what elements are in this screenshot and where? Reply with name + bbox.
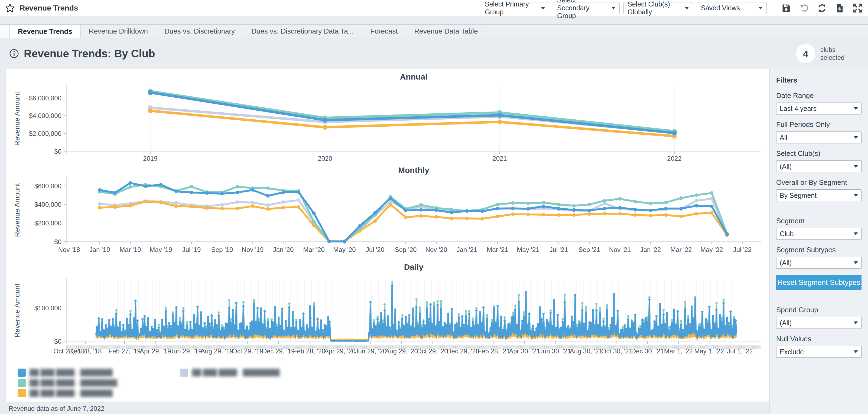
- svg-text:Nov '19: Nov '19: [242, 246, 264, 253]
- top-bar: Revenue Trends Select Primary Group Sele…: [0, 0, 868, 16]
- export-file-icon[interactable]: [834, 3, 845, 13]
- legend-swatch-teal: [18, 379, 26, 387]
- filters-divider: [776, 209, 862, 209]
- clubs-globally-select[interactable]: Select Club(s) Globally: [623, 2, 693, 14]
- chevron-down-icon: [854, 350, 858, 353]
- full-periods-select[interactable]: All: [776, 132, 862, 143]
- clubs-selected-badge: 4: [796, 44, 815, 63]
- svg-text:Revenue Amount: Revenue Amount: [13, 92, 21, 146]
- svg-text:$400,000: $400,000: [34, 201, 61, 208]
- expand-fullscreen-icon[interactable]: [852, 3, 863, 13]
- toolbar-icons: [774, 3, 863, 13]
- legend-item[interactable]: ██ ███ ████ - ███████: [18, 368, 180, 378]
- chevron-down-icon: [758, 7, 763, 9]
- legend-swatch-blue: [18, 369, 26, 377]
- segment-select[interactable]: Club: [776, 228, 862, 240]
- legend-swatch-yellow: [18, 389, 26, 397]
- monthly-chart[interactable]: MonthlyRevenue Amount$0$200,000$400,000$…: [8, 165, 767, 257]
- chevron-down-icon: [854, 136, 858, 139]
- favorite-star-icon[interactable]: [5, 3, 15, 13]
- tab-dues-vs-discretionary[interactable]: Dues vs. Discretionary: [156, 25, 243, 38]
- overall-by-segment-select[interactable]: By Segment: [776, 189, 862, 201]
- svg-text:$100,000: $100,000: [34, 305, 61, 312]
- svg-text:Annual: Annual: [400, 72, 428, 81]
- segment-subtypes-select[interactable]: (All): [776, 257, 862, 269]
- svg-text:May '19: May '19: [150, 246, 172, 253]
- tab-dues-vs-discretionary-data-table[interactable]: Dues vs. Discretionary Data Ta...: [243, 25, 362, 38]
- secondary-group-select[interactable]: Select Secondary Group: [553, 2, 620, 14]
- filter-label: Select Club(s): [776, 149, 862, 158]
- saved-views-select[interactable]: Saved Views: [697, 2, 767, 14]
- svg-text:May '22: May '22: [700, 246, 723, 253]
- svg-text:Sep '19: Sep '19: [211, 246, 233, 253]
- svg-text:Jan '20: Jan '20: [273, 246, 294, 253]
- filter-label: Segment: [776, 217, 862, 225]
- charts-card: AnnualRevenue Amount$0$2,000,000$4,000,0…: [5, 69, 769, 402]
- filters-divider: [776, 298, 862, 298]
- secondary-group-select-value: Select Secondary Group: [557, 0, 609, 20]
- spend-group-select[interactable]: (All): [776, 317, 862, 329]
- null-values-select[interactable]: Exclude: [776, 346, 862, 358]
- legend-label-redacted: ██ ███ ████ - ████████: [192, 369, 280, 376]
- svg-text:Sep '20: Sep '20: [395, 246, 417, 253]
- filters-title: Filters: [776, 76, 862, 84]
- filter-label: Overall or By Segment: [776, 178, 862, 187]
- save-icon[interactable]: [781, 3, 792, 13]
- refresh-icon[interactable]: [816, 3, 827, 13]
- reset-segment-subtypes-button[interactable]: Reset Segment Subtypes: [776, 275, 862, 290]
- null-values-select-value: Exclude: [780, 348, 804, 356]
- tab-revenue-data-table[interactable]: Revenue Data Table: [406, 25, 486, 38]
- app-title: Revenue Trends: [20, 4, 78, 12]
- saved-views-select-value: Saved Views: [701, 4, 740, 12]
- filter-spend-group: Spend Group (All): [776, 306, 862, 329]
- svg-text:Mar '21: Mar '21: [487, 246, 508, 253]
- filter-overall-or-by-segment: Overall or By Segment By Segment: [776, 178, 862, 201]
- daily-chart[interactable]: DailyRevenue Amount$0$100,000Oct 28, '18…: [8, 257, 767, 355]
- chart-legend: ██ ███ ████ - ███████ ██ ███ ████ - ████…: [18, 368, 769, 398]
- primary-group-select[interactable]: Select Primary Group: [481, 2, 549, 14]
- svg-text:Revenue Amount: Revenue Amount: [13, 283, 21, 338]
- tab-revenue-trends[interactable]: Revenue Trends: [10, 25, 81, 38]
- annual-chart[interactable]: AnnualRevenue Amount$0$2,000,000$4,000,0…: [8, 71, 767, 165]
- svg-text:Daily: Daily: [404, 263, 424, 271]
- undo-icon[interactable]: [799, 3, 809, 13]
- chevron-down-icon: [541, 7, 545, 9]
- filter-select-clubs: Select Club(s) (All): [776, 149, 862, 172]
- svg-text:May '21: May '21: [517, 246, 539, 253]
- chevron-down-icon: [854, 107, 858, 110]
- legend-label-redacted: ██ ███ ████ - ████████: [30, 379, 117, 387]
- bottom-strip: [0, 414, 868, 417]
- svg-text:Nov '21: Nov '21: [609, 246, 631, 253]
- svg-text:Nov '18: Nov '18: [58, 246, 80, 253]
- svg-text:$0: $0: [54, 238, 61, 245]
- select-clubs-select-value: (All): [780, 163, 792, 171]
- svg-text:May '20: May '20: [333, 246, 355, 253]
- filter-label: Full Periods Only: [776, 120, 862, 129]
- filter-label: Spend Group: [776, 306, 862, 314]
- tab-bar: Revenue Trends Revenue Drilldown Dues vs…: [0, 24, 868, 38]
- svg-text:2021: 2021: [492, 155, 507, 162]
- filter-date-range: Date Range Last 4 years: [776, 92, 862, 114]
- legend-item[interactable]: ██ ███ ████ - ████████: [18, 378, 180, 388]
- legend-item[interactable]: ██ ███ ████ - ███████: [18, 388, 180, 398]
- page-title: Revenue Trends: By Club: [24, 48, 155, 60]
- segment-subtypes-select-value: (All): [780, 259, 792, 267]
- chevron-down-icon: [685, 7, 689, 9]
- filter-label: Null Values: [776, 335, 862, 343]
- overall-by-segment-select-value: By Segment: [780, 192, 816, 200]
- svg-text:Nov '20: Nov '20: [426, 246, 447, 253]
- tab-forecast[interactable]: Forecast: [362, 25, 406, 38]
- svg-text:2022: 2022: [667, 155, 681, 162]
- tab-revenue-drilldown[interactable]: Revenue Drilldown: [81, 25, 156, 38]
- svg-text:$2,000,000: $2,000,000: [29, 130, 61, 137]
- full-periods-select-value: All: [780, 134, 787, 142]
- svg-text:$0: $0: [54, 338, 61, 345]
- legend-item[interactable]: ██ ███ ████ - ████████: [180, 368, 280, 378]
- chevron-down-icon: [854, 321, 858, 324]
- data-as-of-note: Revenue data as of June 7, 2022: [9, 405, 104, 412]
- info-icon[interactable]: [9, 49, 19, 59]
- svg-text:$200,000: $200,000: [34, 219, 61, 227]
- select-clubs-select[interactable]: (All): [776, 161, 862, 172]
- legend-column-1: ██ ███ ████ - ███████ ██ ███ ████ - ████…: [18, 368, 180, 398]
- date-range-select[interactable]: Last 4 years: [776, 103, 862, 114]
